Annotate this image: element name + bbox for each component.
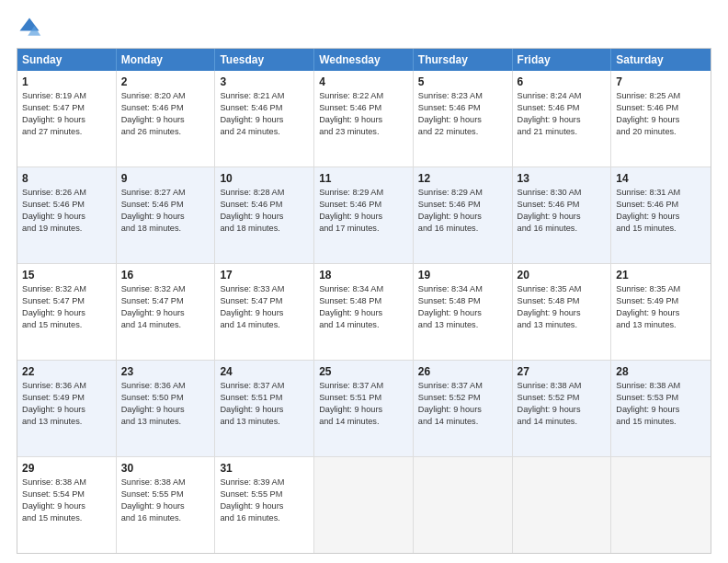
day-number: 25	[319, 364, 408, 379]
day-number: 26	[418, 364, 507, 379]
day-info: Sunrise: 8:19 AM Sunset: 5:47 PM Dayligh…	[22, 91, 86, 135]
calendar-header-cell: Friday	[513, 49, 612, 71]
calendar-day-cell: 1Sunrise: 8:19 AM Sunset: 5:47 PM Daylig…	[17, 71, 117, 167]
calendar-day-cell: 13Sunrise: 8:30 AM Sunset: 5:46 PM Dayli…	[513, 167, 612, 263]
calendar-day-cell: 21Sunrise: 8:35 AM Sunset: 5:49 PM Dayli…	[611, 264, 711, 360]
day-info: Sunrise: 8:26 AM Sunset: 5:46 PM Dayligh…	[22, 188, 86, 232]
day-number: 1	[22, 75, 111, 89]
day-number: 6	[518, 75, 607, 89]
calendar-day-cell: 31Sunrise: 8:39 AM Sunset: 5:55 PM Dayli…	[215, 457, 314, 553]
day-number: 19	[418, 268, 507, 282]
calendar-day-cell: 22Sunrise: 8:36 AM Sunset: 5:49 PM Dayli…	[17, 361, 117, 456]
day-info: Sunrise: 8:32 AM Sunset: 5:47 PM Dayligh…	[22, 284, 86, 328]
calendar-day-cell: 19Sunrise: 8:34 AM Sunset: 5:48 PM Dayli…	[414, 264, 513, 360]
calendar-row: 22Sunrise: 8:36 AM Sunset: 5:49 PM Dayli…	[17, 360, 711, 456]
calendar-empty-cell	[611, 457, 711, 553]
day-number: 16	[121, 268, 210, 282]
calendar-day-cell: 24Sunrise: 8:37 AM Sunset: 5:51 PM Dayli…	[215, 361, 314, 456]
calendar-day-cell: 11Sunrise: 8:29 AM Sunset: 5:46 PM Dayli…	[314, 167, 414, 263]
day-number: 3	[220, 75, 309, 89]
day-number: 23	[121, 364, 210, 379]
calendar-header-cell: Tuesday	[215, 49, 314, 71]
day-number: 30	[121, 461, 210, 476]
calendar-row: 1Sunrise: 8:19 AM Sunset: 5:47 PM Daylig…	[17, 71, 711, 167]
day-info: Sunrise: 8:39 AM Sunset: 5:55 PM Dayligh…	[220, 477, 284, 522]
calendar-row: 15Sunrise: 8:32 AM Sunset: 5:47 PM Dayli…	[17, 263, 711, 360]
day-info: Sunrise: 8:34 AM Sunset: 5:48 PM Dayligh…	[319, 284, 383, 328]
calendar-header-cell: Thursday	[414, 49, 513, 71]
day-info: Sunrise: 8:25 AM Sunset: 5:46 PM Dayligh…	[616, 91, 680, 135]
day-number: 24	[220, 364, 309, 379]
day-info: Sunrise: 8:31 AM Sunset: 5:46 PM Dayligh…	[616, 188, 680, 232]
calendar-day-cell: 10Sunrise: 8:28 AM Sunset: 5:46 PM Dayli…	[215, 167, 314, 263]
day-info: Sunrise: 8:21 AM Sunset: 5:46 PM Dayligh…	[220, 91, 284, 135]
calendar-day-cell: 3Sunrise: 8:21 AM Sunset: 5:46 PM Daylig…	[215, 71, 314, 167]
header	[17, 15, 711, 40]
day-number: 20	[518, 268, 607, 282]
calendar-day-cell: 18Sunrise: 8:34 AM Sunset: 5:48 PM Dayli…	[314, 264, 414, 360]
calendar-day-cell: 15Sunrise: 8:32 AM Sunset: 5:47 PM Dayli…	[17, 264, 117, 360]
calendar-day-cell: 6Sunrise: 8:24 AM Sunset: 5:46 PM Daylig…	[513, 71, 612, 167]
day-info: Sunrise: 8:29 AM Sunset: 5:46 PM Dayligh…	[418, 188, 483, 232]
day-info: Sunrise: 8:37 AM Sunset: 5:51 PM Dayligh…	[319, 381, 383, 425]
calendar-day-cell: 14Sunrise: 8:31 AM Sunset: 5:46 PM Dayli…	[611, 167, 711, 263]
day-number: 22	[22, 364, 111, 379]
calendar-day-cell: 7Sunrise: 8:25 AM Sunset: 5:46 PM Daylig…	[611, 71, 711, 167]
calendar-day-cell: 23Sunrise: 8:36 AM Sunset: 5:50 PM Dayli…	[117, 361, 216, 456]
day-info: Sunrise: 8:28 AM Sunset: 5:46 PM Dayligh…	[220, 188, 284, 232]
day-info: Sunrise: 8:35 AM Sunset: 5:49 PM Dayligh…	[616, 284, 680, 328]
day-number: 9	[121, 171, 210, 186]
calendar-day-cell: 17Sunrise: 8:33 AM Sunset: 5:47 PM Dayli…	[215, 264, 314, 360]
day-info: Sunrise: 8:35 AM Sunset: 5:48 PM Dayligh…	[518, 284, 582, 328]
day-number: 28	[616, 364, 706, 379]
calendar-header-cell: Saturday	[611, 49, 711, 71]
day-info: Sunrise: 8:23 AM Sunset: 5:46 PM Dayligh…	[418, 91, 483, 135]
page: SundayMondayTuesdayWednesdayThursdayFrid…	[0, 0, 728, 563]
day-info: Sunrise: 8:36 AM Sunset: 5:50 PM Dayligh…	[121, 381, 186, 425]
day-number: 27	[518, 364, 607, 379]
calendar-header-cell: Sunday	[17, 49, 117, 71]
day-number: 29	[22, 461, 111, 476]
day-info: Sunrise: 8:36 AM Sunset: 5:49 PM Dayligh…	[22, 381, 86, 425]
day-number: 15	[22, 268, 111, 282]
day-info: Sunrise: 8:33 AM Sunset: 5:47 PM Dayligh…	[220, 284, 284, 328]
calendar-day-cell: 12Sunrise: 8:29 AM Sunset: 5:46 PM Dayli…	[414, 167, 513, 263]
calendar-day-cell: 4Sunrise: 8:22 AM Sunset: 5:46 PM Daylig…	[314, 71, 414, 167]
day-info: Sunrise: 8:38 AM Sunset: 5:54 PM Dayligh…	[22, 477, 86, 522]
day-number: 7	[616, 75, 706, 89]
calendar-day-cell: 30Sunrise: 8:38 AM Sunset: 5:55 PM Dayli…	[117, 457, 216, 553]
day-number: 8	[22, 171, 111, 186]
day-info: Sunrise: 8:34 AM Sunset: 5:48 PM Dayligh…	[418, 284, 483, 328]
day-info: Sunrise: 8:20 AM Sunset: 5:46 PM Dayligh…	[121, 91, 186, 135]
calendar-header-cell: Wednesday	[314, 49, 414, 71]
day-info: Sunrise: 8:22 AM Sunset: 5:46 PM Dayligh…	[319, 91, 383, 135]
day-number: 4	[319, 75, 408, 89]
day-info: Sunrise: 8:27 AM Sunset: 5:46 PM Dayligh…	[121, 188, 186, 232]
day-number: 10	[220, 171, 309, 186]
calendar-day-cell: 9Sunrise: 8:27 AM Sunset: 5:46 PM Daylig…	[117, 167, 216, 263]
day-info: Sunrise: 8:37 AM Sunset: 5:51 PM Dayligh…	[220, 381, 284, 425]
calendar: SundayMondayTuesdayWednesdayThursdayFrid…	[17, 48, 711, 554]
calendar-row: 8Sunrise: 8:26 AM Sunset: 5:46 PM Daylig…	[17, 167, 711, 263]
day-info: Sunrise: 8:24 AM Sunset: 5:46 PM Dayligh…	[518, 91, 582, 135]
calendar-header: SundayMondayTuesdayWednesdayThursdayFrid…	[17, 49, 711, 71]
calendar-day-cell: 5Sunrise: 8:23 AM Sunset: 5:46 PM Daylig…	[414, 71, 513, 167]
day-info: Sunrise: 8:30 AM Sunset: 5:46 PM Dayligh…	[518, 188, 582, 232]
day-number: 12	[418, 171, 507, 186]
logo	[17, 15, 46, 40]
day-number: 14	[616, 171, 706, 186]
day-number: 17	[220, 268, 309, 282]
day-number: 18	[319, 268, 408, 282]
day-info: Sunrise: 8:38 AM Sunset: 5:52 PM Dayligh…	[518, 381, 582, 425]
day-info: Sunrise: 8:32 AM Sunset: 5:47 PM Dayligh…	[121, 284, 186, 328]
calendar-body: 1Sunrise: 8:19 AM Sunset: 5:47 PM Daylig…	[17, 71, 711, 553]
calendar-day-cell: 26Sunrise: 8:37 AM Sunset: 5:52 PM Dayli…	[414, 361, 513, 456]
calendar-empty-cell	[513, 457, 612, 553]
day-number: 2	[121, 75, 210, 89]
day-info: Sunrise: 8:38 AM Sunset: 5:53 PM Dayligh…	[616, 381, 680, 425]
logo-icon	[17, 15, 42, 40]
calendar-empty-cell	[414, 457, 513, 553]
calendar-row: 29Sunrise: 8:38 AM Sunset: 5:54 PM Dayli…	[17, 456, 711, 553]
day-number: 21	[616, 268, 706, 282]
day-info: Sunrise: 8:37 AM Sunset: 5:52 PM Dayligh…	[418, 381, 483, 425]
